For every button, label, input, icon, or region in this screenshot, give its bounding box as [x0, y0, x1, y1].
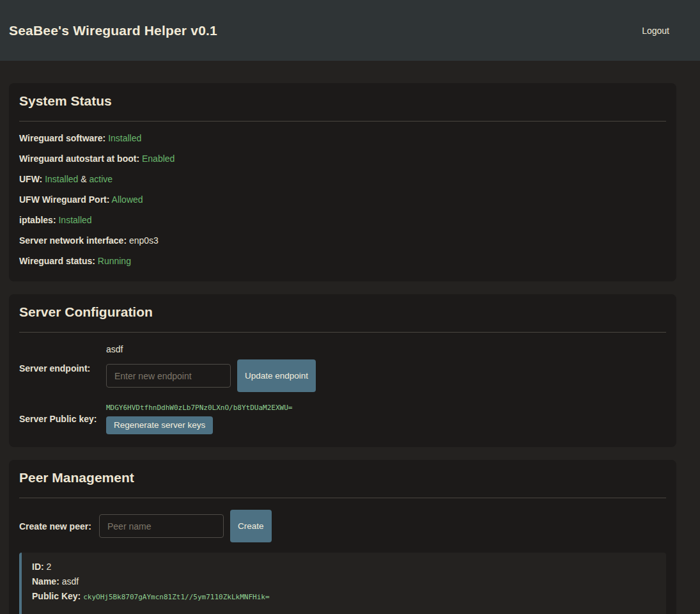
navbar: SeaBee's Wireguard Helper v0.1 Logout — [0, 0, 700, 61]
status-wireguard-status: Wireguard status: Running — [19, 256, 666, 266]
status-value: Installed — [45, 174, 78, 184]
server-endpoint-current-value: asdf — [106, 344, 316, 354]
divider — [19, 498, 666, 498]
status-iptables: iptables: Installed — [19, 215, 666, 225]
status-separator: & — [81, 174, 86, 184]
status-value: active — [89, 174, 113, 184]
server-endpoint-content: asdf Update endpoint — [106, 344, 316, 392]
status-label: UFW Wireguard Port: — [19, 194, 109, 205]
create-peer-button[interactable]: Create — [230, 510, 272, 542]
peer-id-line: ID: 2 — [32, 562, 656, 572]
peer-public-key-label: Public Key: — [32, 591, 81, 601]
peer-id-label: ID: — [32, 562, 44, 572]
peer-id-value: 2 — [47, 562, 52, 572]
status-wireguard-software: Wireguard software: Installed — [19, 133, 666, 143]
server-configuration-heading: Server Configuration — [19, 304, 666, 320]
peer-public-key-line: Public Key: ckyOHj5Bk8707gAYmcn81Zt1//5y… — [32, 591, 656, 602]
status-value: enp0s3 — [129, 235, 159, 246]
system-status-card: System Status Wireguard software: Instal… — [9, 83, 676, 281]
status-label: Wireguard status: — [19, 256, 95, 266]
endpoint-input[interactable] — [106, 364, 231, 388]
divider — [19, 121, 666, 122]
peer-name-input[interactable] — [99, 514, 224, 538]
regenerate-server-keys-button[interactable]: Regenerate server keys — [106, 416, 213, 434]
status-wireguard-autostart: Wireguard autostart at boot: Enabled — [19, 154, 666, 164]
server-endpoint-label: Server endpoint: — [19, 363, 106, 374]
status-label: iptables: — [19, 215, 56, 225]
server-public-key-value: MDGY6HVDtfhnDdhW0zLb7PNz0LXnO/b8YtDUaM2E… — [106, 404, 292, 412]
status-label: Wireguard autostart at boot: — [19, 154, 139, 164]
status-ufw-port: UFW Wireguard Port: Allowed — [19, 194, 666, 205]
status-value: Installed — [58, 215, 91, 225]
create-peer-label: Create new peer: — [19, 521, 99, 531]
peer-name-label: Name: — [32, 576, 59, 586]
status-label: UFW: — [19, 174, 42, 184]
status-ufw: UFW: Installed & active — [19, 174, 666, 184]
divider — [19, 332, 666, 333]
server-endpoint-row: Server endpoint: asdf Update endpoint — [19, 344, 666, 392]
peer-list-item: ID: 2 Name: asdf Public Key: ckyOHj5Bk87… — [19, 553, 666, 614]
peer-management-heading: Peer Management — [19, 470, 666, 485]
status-value: Running — [98, 256, 131, 266]
status-value: Allowed — [112, 194, 143, 205]
peer-name-line: Name: asdf — [32, 576, 656, 587]
status-value: Installed — [108, 133, 141, 143]
peer-management-card: Peer Management Create new peer: Create … — [9, 460, 676, 614]
logout-link[interactable]: Logout — [642, 26, 669, 36]
system-status-heading: System Status — [19, 93, 666, 109]
create-peer-row: Create new peer: Create — [19, 510, 666, 542]
update-endpoint-button[interactable]: Update endpoint — [237, 359, 316, 392]
status-value: Enabled — [142, 154, 175, 164]
status-label: Wireguard software: — [19, 133, 105, 143]
main-content: System Status Wireguard software: Instal… — [0, 61, 700, 614]
peer-name-value: asdf — [62, 576, 79, 586]
server-public-key-label: Server Public key: — [19, 414, 106, 424]
server-public-key-row: Server Public key: MDGY6HVDtfhnDdhW0zLb7… — [19, 404, 666, 434]
status-network-interface: Server network interface: enp0s3 — [19, 235, 666, 246]
server-public-key-content: MDGY6HVDtfhnDdhW0zLb7PNz0LXnO/b8YtDUaM2E… — [106, 404, 292, 434]
server-configuration-card: Server Configuration Server endpoint: as… — [9, 294, 676, 447]
app-title: SeaBee's Wireguard Helper v0.1 — [9, 23, 217, 38]
peer-public-key-value: ckyOHj5Bk8707gAYmcn81Zt1//5ym7110ZkLkMNF… — [83, 593, 269, 601]
status-label: Server network interface: — [19, 235, 127, 246]
